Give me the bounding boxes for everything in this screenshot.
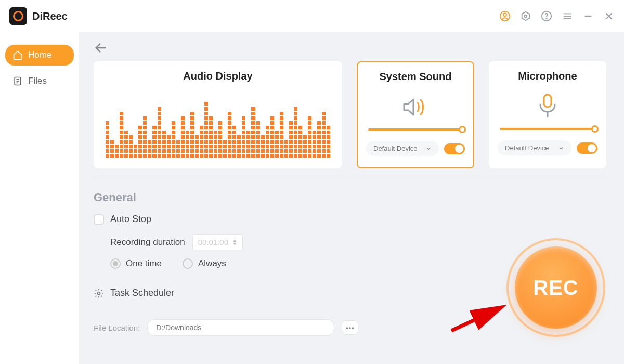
microphone-card[interactable]: Microphone Default Device <box>489 61 606 168</box>
app-name: DiReec <box>32 10 68 22</box>
chevron-down-icon <box>558 145 564 151</box>
audio-equalizer <box>102 90 333 160</box>
auto-stop-checkbox[interactable] <box>94 214 104 225</box>
titlebar: DiReec <box>0 0 624 32</box>
divider <box>94 178 609 178</box>
system-sound-toggle[interactable] <box>444 143 465 154</box>
sidebar-item-files[interactable]: Files <box>5 71 74 92</box>
app-logo <box>9 7 27 25</box>
gear-icon <box>94 288 104 298</box>
audio-display-card: Audio Display <box>94 61 342 168</box>
menu-icon[interactable] <box>562 10 573 22</box>
close-icon[interactable] <box>603 10 615 22</box>
system-sound-card[interactable]: System Sound Default Device <box>357 61 474 168</box>
svg-rect-17 <box>544 95 551 107</box>
sidebar-item-home[interactable]: Home <box>5 45 74 66</box>
speaker-icon <box>366 91 465 123</box>
main-content: Audio Display System Sound Default Devic… <box>79 32 624 364</box>
always-radio[interactable]: Always <box>183 258 226 269</box>
microphone-icon <box>498 90 597 123</box>
card-title: Microphone <box>498 70 597 82</box>
mic-device-select[interactable]: Default Device <box>498 140 571 155</box>
back-button[interactable] <box>94 41 108 55</box>
record-button[interactable]: REC <box>506 238 605 337</box>
sidebar-item-label: Files <box>28 76 47 86</box>
system-device-select[interactable]: Default Device <box>366 141 439 156</box>
user-icon[interactable] <box>499 10 511 22</box>
card-title: System Sound <box>366 71 465 83</box>
auto-stop-label: Auto Stop <box>110 214 151 225</box>
mic-volume-slider[interactable] <box>500 128 595 130</box>
svg-point-19 <box>98 292 100 294</box>
duration-stepper[interactable]: ▲▼ <box>232 239 237 246</box>
svg-point-1 <box>503 13 506 16</box>
chevron-down-icon <box>425 146 432 152</box>
card-title: Audio Display <box>102 70 333 82</box>
section-title-general: General <box>94 191 609 204</box>
file-location-label: File Location: <box>94 323 140 332</box>
settings-hex-icon[interactable] <box>520 10 531 22</box>
sidebar-item-label: Home <box>28 50 51 60</box>
help-icon[interactable] <box>541 10 552 22</box>
recording-duration-input[interactable]: 00:01:00 ▲▼ <box>192 234 243 250</box>
file-location-browse[interactable]: ••• <box>342 320 358 335</box>
minimize-icon[interactable] <box>582 10 594 22</box>
svg-point-5 <box>546 18 547 19</box>
microphone-toggle[interactable] <box>577 142 597 154</box>
svg-point-3 <box>525 15 527 18</box>
recording-duration-label: Recording duration <box>110 237 185 248</box>
system-volume-slider[interactable] <box>368 128 463 131</box>
one-time-radio[interactable]: One time <box>110 258 162 269</box>
svg-marker-2 <box>522 12 530 21</box>
file-location-input[interactable]: D:/Downloads <box>147 319 334 336</box>
sidebar: Home Files <box>0 32 79 364</box>
